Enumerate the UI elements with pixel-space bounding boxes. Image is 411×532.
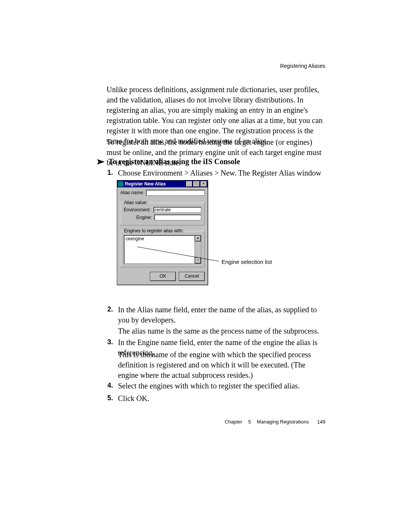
maximize-button[interactable]: □: [193, 181, 200, 187]
close-button[interactable]: ×: [200, 181, 207, 187]
step-number: 3.: [107, 337, 113, 347]
engine-input[interactable]: [154, 214, 201, 220]
ok-button[interactable]: OK: [150, 272, 176, 281]
step-text: In the Alias name field, enter the name …: [118, 305, 323, 325]
step-text: Click OK.: [118, 393, 323, 404]
environment-input[interactable]: centrale: [153, 207, 201, 213]
footer-page-number: 149: [317, 419, 325, 425]
scroll-up-button[interactable]: ▲: [195, 235, 201, 241]
list-item[interactable]: ceengine: [126, 236, 144, 241]
svg-marker-1: [97, 159, 105, 165]
running-header: Registering Aliases: [280, 63, 325, 69]
step-number: 4.: [107, 381, 113, 390]
step-2-note: The alias name is the same as the proces…: [118, 326, 323, 336]
arrow-right-icon: [97, 159, 105, 165]
minimize-button[interactable]: _: [186, 181, 193, 187]
alias-name-input[interactable]: [146, 190, 205, 196]
page-footer: Chapter 5 Managing Registrations 149: [225, 419, 325, 425]
engines-register-legend: Engines to register alias with:: [123, 228, 185, 233]
engines-listbox[interactable]: ceengine ▲ ▼: [124, 235, 201, 264]
engines-register-group: Engines to register alias with: ceengine…: [120, 231, 205, 267]
step-number: 2.: [107, 305, 113, 314]
register-alias-dialog: Register New Alias _ □ × Alias name: Ali…: [117, 180, 208, 285]
step-5: 5. Click OK.: [107, 393, 323, 404]
document-page: Registering Aliases Unlike process defin…: [0, 0, 411, 532]
callout-label: Engine selection list: [221, 259, 272, 265]
step-text: Select the engines with which to registe…: [118, 381, 323, 391]
footer-chapter-title: Managing Registrations: [257, 419, 309, 425]
procedure-heading-text: To register an alias using the iIS Conso…: [108, 157, 240, 166]
scroll-down-button[interactable]: ▼: [195, 257, 201, 264]
procedure-heading: To register an alias using the iIS Conso…: [97, 157, 240, 166]
alias-value-legend: Alias value:: [123, 200, 148, 205]
engine-label: Engine:: [124, 215, 153, 220]
alias-value-group: Alias value: Environment: centrale Engin…: [120, 203, 205, 225]
app-icon: [118, 181, 123, 187]
footer-chapter-number: 5: [248, 419, 251, 425]
environment-label: Environment:: [124, 207, 152, 212]
footer-chapter-label: Chapter: [225, 419, 242, 425]
step-number: 1.: [107, 168, 113, 177]
step-4: 4. Select the engines with which to regi…: [107, 381, 323, 391]
cancel-button[interactable]: Cancel: [179, 272, 205, 281]
step-2: 2. In the Alias name field, enter the na…: [107, 305, 323, 325]
step-3-note: This is the name of the engine with whic…: [118, 350, 323, 380]
alias-name-label: Alias name:: [120, 190, 144, 195]
dialog-title: Register New Alias: [125, 181, 166, 187]
step-number: 5.: [107, 393, 113, 403]
scrollbar[interactable]: ▲ ▼: [194, 235, 201, 264]
dialog-titlebar: Register New Alias _ □ ×: [117, 181, 208, 187]
